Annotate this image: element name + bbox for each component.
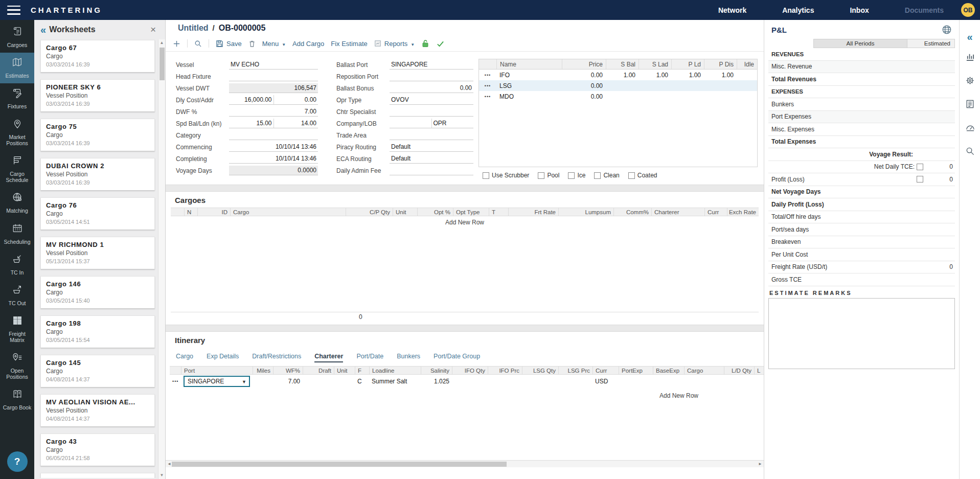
row-menu-icon[interactable]: ••• [479,83,496,88]
worksheet-card[interactable]: DUBAI CROWN 2 Vessel Position 03/03/2014… [40,158,155,191]
help-button[interactable]: ? [7,451,28,472]
reposition-port-field[interactable] [390,72,473,81]
checkbox[interactable] [538,172,544,179]
scroll-right-icon[interactable] [758,462,762,466]
sidebar-item-estimates[interactable]: Estimates [0,53,34,83]
category-field[interactable] [229,130,318,140]
opr-type-field[interactable]: OVOV [390,95,473,105]
bunker-row-mdo[interactable]: ••• MDO 0.00 [479,91,757,102]
tab-charterer[interactable]: Charterer [314,353,343,362]
itinerary-add-new-row-link[interactable]: Add New Row [170,392,764,399]
tab-port-date-group[interactable]: Port/Date Group [434,353,480,362]
nav-documents[interactable]: Documents [905,6,944,14]
tab-port-date[interactable]: Port/Date [356,353,383,362]
delete-button[interactable] [248,40,256,48]
collapse-right-panel-icon[interactable] [967,33,972,40]
port-dropdown[interactable]: SINGAPORE [184,376,250,387]
fix-estimate-button[interactable]: Fix Estimate [331,40,368,48]
document-list-icon[interactable] [965,99,975,111]
hamburger-menu-icon[interactable] [7,6,20,15]
worksheets-scrollbar[interactable] [158,39,165,479]
sidebar-item-market-positions[interactable]: Market Positions [0,114,34,151]
nav-analytics[interactable]: Analytics [782,6,814,14]
row-menu-icon[interactable]: ••• [479,73,496,78]
use-scrubber-checkbox[interactable]: Use Scrubber [483,172,529,179]
row-menu-icon[interactable]: ••• [170,379,181,384]
scrollbar-thumb[interactable] [159,48,165,80]
tab-exp-details[interactable]: Exp Details [207,353,239,362]
sidebar-item-tc-out[interactable]: TC Out [0,280,34,311]
tab-cargo[interactable]: Cargo [176,353,193,362]
addr-field[interactable]: 0.00 [274,95,318,105]
ballast-bonus-field[interactable]: 0.00 [390,83,473,93]
close-icon[interactable] [150,24,156,35]
commencing-field[interactable]: 10/10/14 13:46 [229,142,318,152]
bunker-row-ifo[interactable]: ••• IFO 0.00 1.00 1.00 1.00 1.00 [479,70,757,80]
sidebar-item-tc-in[interactable]: TC In [0,249,34,280]
vessel-field[interactable]: MV ECHO [229,60,318,70]
coated-checkbox[interactable]: Coated [628,172,657,179]
currency-cell[interactable]: USD [592,378,619,385]
daily-cost-field[interactable]: 16,000.00 [229,95,274,105]
worksheet-card[interactable]: ARNICA 2 [40,473,155,478]
search-icon[interactable] [965,146,975,158]
chtr-specialist-field[interactable] [390,107,473,117]
worksheet-card[interactable]: Cargo 198 Cargo 03/05/2014 15:54 [40,315,155,348]
gear-icon[interactable] [965,76,975,87]
reports-button[interactable]: Reports [374,40,415,48]
user-avatar[interactable]: OB [961,3,975,17]
ballast-port-field[interactable]: SINGAPORE [390,60,473,70]
checkbox[interactable] [568,172,575,179]
worksheet-card[interactable]: Cargo 43 Cargo 06/05/2014 21:58 [40,434,155,466]
add-button[interactable] [173,40,180,48]
lob-field[interactable]: OPR [432,119,474,128]
completing-field[interactable]: 10/10/14 13:46 [229,154,318,164]
checkbox[interactable] [483,172,489,179]
checkbox[interactable] [628,172,635,179]
sidebar-item-open-positions[interactable]: Open Positions [0,348,34,384]
sidebar-item-cargoes[interactable]: Cargoes [0,22,34,53]
net-daily-tce-checkbox[interactable] [917,164,923,170]
function-cell[interactable]: C [355,378,369,385]
gauge-icon[interactable] [965,123,975,134]
worksheet-card[interactable]: Cargo 146 Cargo 03/05/2014 15:40 [40,276,155,309]
daily-admin-fee-field[interactable] [390,166,473,175]
itinerary-row[interactable]: ••• SINGAPORE 7.00 C Summer Salt 1.025 U… [170,375,764,387]
tab-draft-restrictions[interactable]: Draft/Restrictions [252,353,301,362]
cargoes-add-new-row-link[interactable]: Add New Row [171,219,759,226]
sidebar-item-cargo-schedule[interactable]: Cargo Schedule [0,151,34,188]
trade-area-field[interactable] [390,130,473,140]
eca-routing-field[interactable]: Default [390,154,473,164]
menu-button[interactable]: Menu [262,40,286,48]
sidebar-item-freight-matrix[interactable]: Freight Matrix [0,311,34,348]
profit-loss-checkbox[interactable] [917,176,923,183]
worksheet-card[interactable]: Cargo 75 Cargo 03/03/2014 16:39 [40,119,155,151]
worksheet-card[interactable]: Cargo 67 Cargo 03/03/2014 16:39 [40,40,155,73]
sidebar-item-fixtures[interactable]: Fixtures [0,83,34,114]
worksheet-card[interactable]: Cargo 145 Cargo 04/08/2014 14:37 [40,355,155,387]
globe-icon[interactable] [942,25,952,37]
checkbox[interactable] [594,172,601,179]
add-cargo-button[interactable]: Add Cargo [292,40,324,48]
scroll-left-icon[interactable] [167,462,171,466]
dwf-field[interactable]: 7.00 [229,107,318,117]
sidebar-item-matching[interactable]: Matching [0,188,34,218]
worksheet-card[interactable]: MV RICHMOND 1 Vessel Position 05/13/2014… [40,237,155,269]
nav-network[interactable]: Network [718,6,746,14]
chart-icon[interactable] [965,52,975,64]
unlocked-button[interactable] [421,39,429,48]
row-menu-icon[interactable]: ••• [479,94,496,99]
horizontal-scrollbar[interactable] [166,460,764,467]
ice-checkbox[interactable]: Ice [568,172,585,179]
sidebar-item-scheduling[interactable]: Scheduling [0,219,34,249]
loadline-cell[interactable]: Summer Salt [369,378,421,385]
speed-laden-field[interactable]: 14.00 [274,119,318,128]
wf-cell[interactable]: 7.00 [273,378,303,385]
scroll-down-icon[interactable] [160,472,164,479]
worksheet-name[interactable]: Untitled [178,24,209,33]
collapse-panel-icon[interactable] [40,24,46,36]
worksheet-card[interactable]: PIONEER SKY 6 Vessel Position 03/03/2014… [40,79,155,112]
piracy-routing-field[interactable]: Default [390,142,473,152]
worksheet-card[interactable]: Cargo 76 Cargo 03/05/2014 14:51 [40,197,155,230]
validate-button[interactable] [436,40,445,48]
